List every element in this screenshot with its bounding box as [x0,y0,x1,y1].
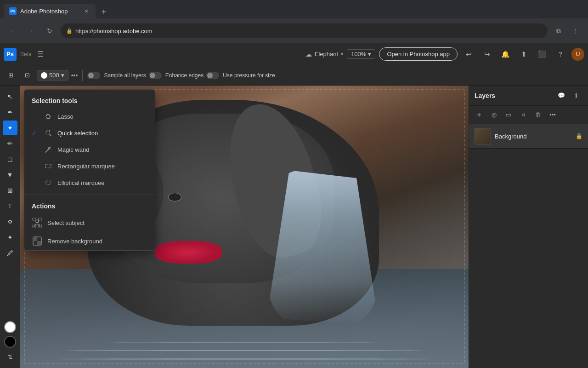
magic-wand-item[interactable]: Magic wand [24,141,155,158]
delete-layer-btn[interactable]: 🗑 [531,109,544,121]
sample-layers-label: Sample all layers [104,72,146,79]
lock-icon: 🔒 [66,28,73,34]
rectangular-marquee-item[interactable]: Rectangular marquee [24,158,155,174]
rectangular-marquee-label: Rectangular marquee [57,163,115,170]
pen-tool[interactable]: ✒ [3,105,17,120]
user-avatar[interactable]: U [571,48,584,61]
background-color-swatch[interactable] [4,336,16,348]
sample-layers-toggle-group: Sample all layers [87,72,146,79]
pressure-toggle[interactable] [206,72,219,79]
brush-size-value: 500 [49,72,59,79]
forward-btn[interactable]: › [24,23,39,38]
brush-dot-icon [41,72,47,79]
toggle-knob-2 [150,73,155,78]
quick-select-tool[interactable]: ✦ [3,121,17,135]
canvas-area[interactable]: Selection tools Lasso ✓ [20,86,469,368]
ellip-marquee-icon [44,178,53,187]
help-btn[interactable]: ? [553,47,568,62]
open-in-photoshop-btn[interactable]: Open in Photoshop app [379,47,458,61]
foreground-color-swatch[interactable] [4,321,16,333]
select-subject-icon [32,217,43,228]
enhance-edges-toggle[interactable] [149,72,162,79]
actions-title: Actions [24,199,155,213]
add-layer-btn[interactable]: + [473,109,486,121]
bookmark-btn[interactable]: ⬛ [535,47,549,62]
browser-menu-btn[interactable]: ⋮ [568,23,582,38]
brush-tool[interactable]: ✏ [3,136,17,151]
chat-icon-btn[interactable]: 💬 [555,89,568,102]
cloud-file-indicator[interactable]: ☁ Elephant ▾ [305,51,343,58]
magic-wand-check [32,146,39,153]
shape-tool[interactable]: ⭘ [3,214,17,229]
tab-title: Adobe Photoshop [20,8,68,15]
notification-btn[interactable]: 🔔 [498,47,513,62]
clip-mask-btn[interactable]: ⌗ [517,109,530,121]
quick-selection-item[interactable]: ✓ Quick selection [24,125,155,141]
mask-btn[interactable]: ▭ [502,109,515,121]
active-tab[interactable]: Ps Adobe Photoshop ✕ [4,4,96,18]
rect-marquee-check [32,163,39,169]
paint-bucket-tool[interactable]: ▼ [3,167,17,182]
chevron-down-icon: ▾ [341,52,343,57]
svg-point-0 [46,131,50,134]
redo-btn[interactable]: ↪ [480,47,494,62]
ps-logo: Ps [4,48,17,61]
adjustment-layer-btn[interactable]: ◎ [487,109,500,121]
cloud-icon: ☁ [305,51,312,58]
browser-chrome: Ps Adobe Photoshop ✕ + ‹ › ↻ 🔒 https://p… [0,0,588,43]
ellip-marquee-check [32,179,39,186]
nav-right-buttons: ⧉ ⋮ [551,23,582,38]
lasso-tool-item[interactable]: Lasso [24,108,155,125]
left-toolbox: ↖ ✒ ✦ ✏ ◻ ▼ ⊠ T ⭘ ✦ 🖉 ⇅ [0,86,20,368]
eraser-tool[interactable]: ◻ [3,152,17,167]
brush-size-control[interactable]: 500 ▾ [37,70,68,80]
address-bar[interactable]: 🔒 https://photoshop.adobe.com [61,23,548,38]
svg-rect-10 [39,218,42,220]
zoom-chevron-icon: ▾ [368,51,371,58]
file-name: Elephant [315,51,338,58]
beta-label: Beta [20,51,32,58]
text-tool[interactable]: T [3,199,17,213]
toggle-knob-3 [207,73,213,78]
tab-close-btn[interactable]: ✕ [83,7,90,15]
quick-selection-check: ✓ [32,130,39,137]
crop-tool[interactable]: ⊠ [3,183,17,198]
healing-tool[interactable]: ✦ [3,230,17,245]
new-tab-btn[interactable]: + [97,6,110,18]
undo-btn[interactable]: ↩ [461,47,476,62]
pointer-tool[interactable]: ↖ [3,89,17,104]
layers-panel-title: Layers [475,92,555,99]
remove-background-item[interactable]: Remove background [24,232,155,250]
panel-header-icons: 💬 ℹ [555,89,582,102]
more-options-btn[interactable]: ••• [71,72,78,79]
magic-wand-icon [44,145,53,154]
share-btn[interactable]: ⬆ [516,47,531,62]
adjustment-tool[interactable]: ⇅ [3,350,17,364]
eyedropper-tool[interactable]: 🖉 [3,246,17,260]
options-toolbar: ⊞ ⊡ 500 ▾ ••• Sample all layers Enhance … [0,65,588,86]
svg-line-1 [50,134,51,136]
hamburger-menu[interactable]: ☰ [35,48,45,60]
background-layer-item[interactable]: Background 🔒 [469,124,588,149]
rect-marquee-icon [44,161,53,171]
move-tool-btn[interactable]: ⊞ [4,69,17,82]
magic-wand-label: Magic wand [57,146,89,153]
url-text: https://photoshop.adobe.com [75,28,153,34]
reload-btn[interactable]: ↻ [42,23,57,38]
elliptical-marquee-item[interactable]: Elliptical marquee [24,174,155,191]
layer-name: Background [495,133,572,140]
back-btn[interactable]: ‹ [6,23,20,38]
remove-background-label: Remove background [47,238,102,245]
svg-point-8 [36,220,39,223]
app-header: Ps Beta ☰ ☁ Elephant ▾ 100% ▾ Open in Ph… [0,43,588,65]
layer-thumbnail [475,128,491,144]
extensions-btn[interactable]: ⧉ [551,23,566,38]
layers-more-btn[interactable]: ••• [546,109,559,121]
sample-layers-toggle[interactable] [87,72,100,79]
selection-modify-btn[interactable]: ⊡ [20,69,34,82]
svg-rect-9 [33,218,36,220]
info-icon-btn[interactable]: ℹ [570,89,582,102]
select-subject-item[interactable]: Select subject [24,213,155,232]
zoom-control[interactable]: 100% ▾ [347,49,375,59]
svg-rect-17 [33,241,37,245]
